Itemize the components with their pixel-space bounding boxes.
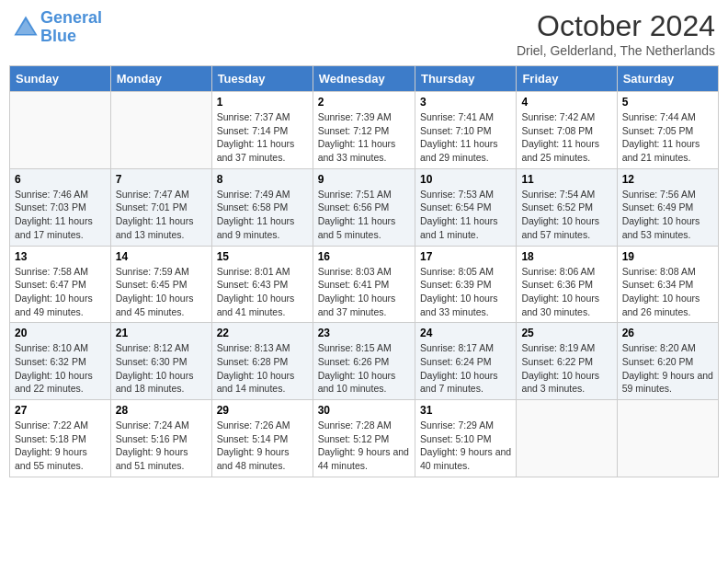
day-number: 15 [217, 250, 308, 263]
day-number: 2 [318, 96, 410, 109]
logo-icon [13, 15, 39, 40]
day-header-tuesday: Tuesday [211, 66, 313, 92]
day-number: 19 [622, 250, 713, 263]
calendar-cell: 14Sunrise: 7:59 AM Sunset: 6:45 PM Dayli… [110, 246, 211, 323]
calendar-cell: 31Sunrise: 7:29 AM Sunset: 5:10 PM Dayli… [415, 400, 516, 477]
day-detail: Sunrise: 8:20 AM Sunset: 6:20 PM Dayligh… [622, 341, 713, 396]
calendar-cell: 27Sunrise: 7:22 AM Sunset: 5:18 PM Dayli… [10, 400, 111, 477]
day-number: 24 [420, 327, 511, 339]
day-number: 31 [420, 404, 511, 417]
calendar-cell: 9Sunrise: 7:51 AM Sunset: 6:56 PM Daylig… [313, 168, 415, 246]
day-number: 13 [15, 250, 106, 263]
day-number: 17 [420, 250, 511, 263]
calendar-cell: 18Sunrise: 8:06 AM Sunset: 6:36 PM Dayli… [517, 246, 617, 323]
day-detail: Sunrise: 8:10 AM Sunset: 6:32 PM Dayligh… [15, 341, 106, 396]
day-detail: Sunrise: 7:51 AM Sunset: 6:56 PM Dayligh… [318, 188, 410, 242]
day-detail: Sunrise: 7:49 AM Sunset: 6:58 PM Dayligh… [217, 188, 308, 242]
day-detail: Sunrise: 8:13 AM Sunset: 6:28 PM Dayligh… [217, 341, 308, 396]
day-number: 26 [622, 327, 713, 339]
day-detail: Sunrise: 7:37 AM Sunset: 7:14 PM Dayligh… [217, 110, 308, 165]
day-detail: Sunrise: 7:41 AM Sunset: 7:10 PM Dayligh… [420, 110, 511, 165]
day-detail: Sunrise: 7:59 AM Sunset: 6:45 PM Dayligh… [116, 265, 207, 319]
day-detail: Sunrise: 7:24 AM Sunset: 5:16 PM Dayligh… [116, 419, 207, 473]
calendar-cell: 26Sunrise: 8:20 AM Sunset: 6:20 PM Dayli… [617, 323, 718, 400]
calendar-header-row: SundayMondayTuesdayWednesdayThursdayFrid… [10, 66, 719, 92]
calendar-week-row: 6Sunrise: 7:46 AM Sunset: 7:03 PM Daylig… [10, 168, 719, 246]
calendar-cell: 20Sunrise: 8:10 AM Sunset: 6:32 PM Dayli… [10, 323, 111, 400]
calendar-cell: 15Sunrise: 8:01 AM Sunset: 6:43 PM Dayli… [211, 246, 313, 323]
month-title: October 2024 [517, 9, 715, 43]
calendar-cell: 28Sunrise: 7:24 AM Sunset: 5:16 PM Dayli… [110, 400, 211, 477]
day-number: 4 [521, 96, 611, 109]
day-number: 6 [15, 173, 106, 186]
day-detail: Sunrise: 8:08 AM Sunset: 6:34 PM Dayligh… [622, 265, 713, 319]
day-number: 29 [217, 404, 308, 417]
calendar-cell: 1Sunrise: 7:37 AM Sunset: 7:14 PM Daylig… [211, 92, 313, 169]
day-detail: Sunrise: 8:03 AM Sunset: 6:41 PM Dayligh… [318, 265, 410, 319]
day-detail: Sunrise: 8:01 AM Sunset: 6:43 PM Dayligh… [217, 265, 308, 319]
day-header-friday: Friday [517, 66, 617, 92]
calendar-cell: 5Sunrise: 7:44 AM Sunset: 7:05 PM Daylig… [617, 92, 718, 169]
calendar-cell: 29Sunrise: 7:26 AM Sunset: 5:14 PM Dayli… [211, 400, 313, 477]
calendar-cell: 4Sunrise: 7:42 AM Sunset: 7:08 PM Daylig… [517, 92, 617, 169]
day-detail: Sunrise: 8:06 AM Sunset: 6:36 PM Dayligh… [521, 265, 611, 319]
calendar-week-row: 27Sunrise: 7:22 AM Sunset: 5:18 PM Dayli… [10, 400, 719, 477]
calendar-cell: 13Sunrise: 7:58 AM Sunset: 6:47 PM Dayli… [10, 246, 111, 323]
calendar-cell: 11Sunrise: 7:54 AM Sunset: 6:52 PM Dayli… [517, 168, 617, 246]
day-number: 18 [521, 250, 611, 263]
day-number: 27 [15, 404, 106, 417]
day-number: 10 [420, 173, 511, 186]
day-detail: Sunrise: 8:05 AM Sunset: 6:39 PM Dayligh… [420, 265, 511, 319]
calendar-week-row: 13Sunrise: 7:58 AM Sunset: 6:47 PM Dayli… [10, 246, 719, 323]
calendar-cell: 6Sunrise: 7:46 AM Sunset: 7:03 PM Daylig… [10, 168, 111, 246]
day-number: 11 [521, 173, 611, 186]
calendar-cell: 17Sunrise: 8:05 AM Sunset: 6:39 PM Dayli… [415, 246, 516, 323]
day-header-wednesday: Wednesday [313, 66, 415, 92]
calendar-cell: 25Sunrise: 8:19 AM Sunset: 6:22 PM Dayli… [517, 323, 617, 400]
day-detail: Sunrise: 8:19 AM Sunset: 6:22 PM Dayligh… [521, 341, 611, 396]
calendar-cell [617, 400, 718, 477]
day-detail: Sunrise: 7:26 AM Sunset: 5:14 PM Dayligh… [217, 419, 308, 473]
day-detail: Sunrise: 7:28 AM Sunset: 5:12 PM Dayligh… [318, 419, 410, 473]
day-number: 3 [420, 96, 511, 109]
day-number: 7 [116, 173, 207, 186]
day-header-thursday: Thursday [415, 66, 516, 92]
day-header-saturday: Saturday [617, 66, 718, 92]
day-number: 21 [116, 327, 207, 339]
calendar-cell: 10Sunrise: 7:53 AM Sunset: 6:54 PM Dayli… [415, 168, 516, 246]
calendar-cell: 21Sunrise: 8:12 AM Sunset: 6:30 PM Dayli… [110, 323, 211, 400]
day-number: 20 [15, 327, 106, 339]
day-detail: Sunrise: 7:29 AM Sunset: 5:10 PM Dayligh… [420, 419, 511, 473]
day-number: 30 [318, 404, 410, 417]
day-detail: Sunrise: 7:53 AM Sunset: 6:54 PM Dayligh… [420, 188, 511, 242]
logo-line1: General [40, 8, 102, 27]
calendar-cell: 12Sunrise: 7:56 AM Sunset: 6:49 PM Dayli… [617, 168, 718, 246]
calendar-cell: 16Sunrise: 8:03 AM Sunset: 6:41 PM Dayli… [313, 246, 415, 323]
calendar-cell: 7Sunrise: 7:47 AM Sunset: 7:01 PM Daylig… [110, 168, 211, 246]
logo: General Blue [13, 9, 102, 46]
day-number: 8 [217, 173, 308, 186]
day-number: 9 [318, 173, 410, 186]
day-number: 14 [116, 250, 207, 263]
day-number: 5 [622, 96, 713, 109]
day-header-monday: Monday [110, 66, 211, 92]
day-number: 12 [622, 173, 713, 186]
day-detail: Sunrise: 7:54 AM Sunset: 6:52 PM Dayligh… [521, 188, 611, 242]
calendar-cell [517, 400, 617, 477]
day-number: 1 [217, 96, 308, 109]
calendar-cell: 3Sunrise: 7:41 AM Sunset: 7:10 PM Daylig… [415, 92, 516, 169]
calendar-cell: 23Sunrise: 8:15 AM Sunset: 6:26 PM Dayli… [313, 323, 415, 400]
day-detail: Sunrise: 7:44 AM Sunset: 7:05 PM Dayligh… [622, 110, 713, 165]
calendar-cell: 24Sunrise: 8:17 AM Sunset: 6:24 PM Dayli… [415, 323, 516, 400]
day-number: 22 [217, 327, 308, 339]
logo-text: General Blue [40, 9, 102, 46]
day-detail: Sunrise: 7:22 AM Sunset: 5:18 PM Dayligh… [15, 419, 106, 473]
day-detail: Sunrise: 8:17 AM Sunset: 6:24 PM Dayligh… [420, 341, 511, 396]
day-number: 28 [116, 404, 207, 417]
calendar-cell: 30Sunrise: 7:28 AM Sunset: 5:12 PM Dayli… [313, 400, 415, 477]
day-number: 25 [521, 327, 611, 339]
day-detail: Sunrise: 7:47 AM Sunset: 7:01 PM Dayligh… [116, 188, 207, 242]
calendar-cell: 22Sunrise: 8:13 AM Sunset: 6:28 PM Dayli… [211, 323, 313, 400]
day-header-sunday: Sunday [10, 66, 111, 92]
calendar-cell: 19Sunrise: 8:08 AM Sunset: 6:34 PM Dayli… [617, 246, 718, 323]
